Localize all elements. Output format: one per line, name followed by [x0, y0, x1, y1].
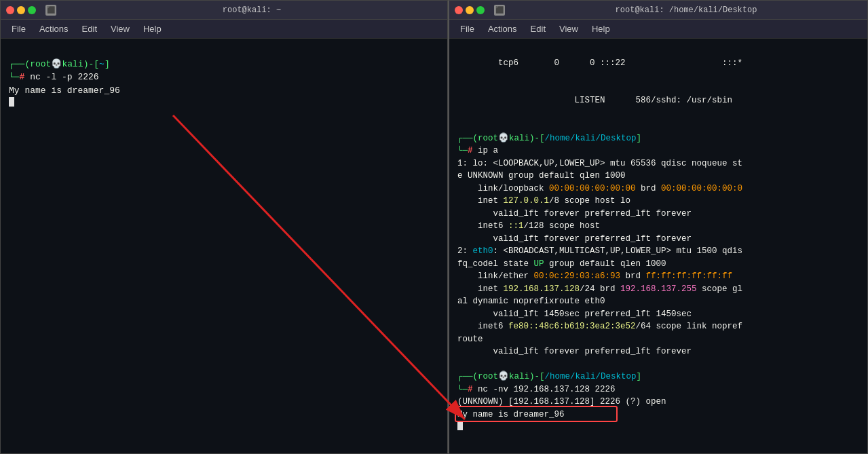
left-terminal-body: ┌──(root💀kali)-[~] └─# nc -l -p 2226 My … [1, 39, 447, 453]
right-cmd-nc: └─# nc -nv 192.168.137.128 2226 [457, 383, 859, 396]
right-line-unknown: (UNKNOWN) [192.168.137.128] 2226 (?) ope… [457, 396, 859, 409]
right-line-eth0-3: al dynamic noprefixroute eth0 [457, 295, 859, 308]
right-line-eth0-2: fq_codel state UP group default qlen 100… [457, 258, 859, 271]
right-line-eth0: 2: eth0: <BROADCAST,MULTICAST,UP,LOWER_U… [457, 245, 859, 258]
right-line-valid2: valid_lft forever preferred_lft forever [457, 345, 859, 358]
right-line-route: route [457, 333, 859, 346]
left-prompt-line: ┌──(root💀kali)-[~] [9, 58, 439, 71]
right-window-controls [455, 6, 485, 14]
left-menu-help[interactable]: Help [138, 22, 167, 35]
terminals-container: ⬛ root@kali: ~ File Actions Edit View He… [0, 0, 868, 454]
right-line-myname: My name is dreamer_96 [457, 409, 859, 421]
right-terminal-title: root@kali: /home/kali/Desktop [510, 5, 862, 15]
right-line-blank2 [457, 358, 859, 371]
right-maximize-btn[interactable] [476, 6, 485, 14]
right-line-eth0-valid: valid_lft 1450sec preferred_lft 1450sec [457, 308, 859, 321]
right-line-lo-mac: link/loopback 00:00:00:00:00:00 brd 00:0… [457, 183, 859, 195]
left-window-controls [6, 6, 36, 14]
right-close-btn[interactable] [455, 6, 463, 14]
right-menu-view[interactable]: View [554, 22, 584, 35]
right-line-lo-valid6: valid_lft forever preferred_lft forever [457, 233, 859, 246]
terminal-left: ⬛ root@kali: ~ File Actions Edit View He… [0, 0, 448, 454]
right-line-lo-inet6: inet6 ::1/128 scope host [457, 220, 859, 233]
left-menu-view[interactable]: View [105, 22, 135, 35]
right-prompt1-top: ┌──(root💀kali)-[/home/kali/Desktop] [457, 132, 859, 145]
left-menu-edit[interactable]: Edit [77, 22, 102, 35]
right-titlebar: ⬛ root@kali: /home/kali/Desktop [449, 1, 867, 20]
right-line-lo: 1: lo: <LOOPBACK,UP,LOWER_UP> mtu 65536 … [457, 157, 859, 170]
left-maximize-btn[interactable] [28, 6, 36, 14]
right-prompt2-top: ┌──(root💀kali)-[/home/kali/Desktop] [457, 371, 859, 383]
right-menu-actions[interactable]: Actions [483, 22, 523, 35]
left-titlebar: ⬛ root@kali: ~ [1, 1, 447, 20]
right-line-listen: LISTEN 586/sshd: /usr/sbin [457, 82, 859, 120]
right-line-lo2: e UNKNOWN group default qlen 1000 [457, 170, 859, 183]
left-minimize-btn[interactable] [17, 6, 25, 14]
right-cmd-ipa: └─# ip a [457, 145, 859, 157]
right-line-blank1 [457, 119, 859, 132]
right-terminal-body: tcp6 0 0 :::22 :::* LISTEN 586/sshd: /us… [449, 39, 867, 453]
left-menu-file[interactable]: File [6, 22, 31, 35]
right-line-lo-inet: inet 127.0.0.1/8 scope host lo [457, 195, 859, 208]
right-terminal-icon: ⬛ [494, 5, 505, 16]
right-cursor [457, 421, 463, 430]
left-close-btn[interactable] [6, 6, 14, 14]
left-output-line: My name is dreamer_96 [9, 84, 439, 98]
right-line-eth0-inet: inet 192.168.137.128/24 brd 192.168.137.… [457, 283, 859, 296]
left-menubar: File Actions Edit View Help [1, 20, 447, 39]
right-line-eth0-mac: link/ether 00:0c:29:03:a6:93 brd ff:ff:f… [457, 270, 859, 283]
right-menubar: File Actions Edit View Help [449, 20, 867, 39]
left-terminal-title: root@kali: ~ [62, 5, 442, 15]
right-menu-file[interactable]: File [455, 22, 480, 35]
right-cursor-line [457, 421, 859, 435]
terminal-right: ⬛ root@kali: /home/kali/Desktop File Act… [448, 0, 868, 454]
right-line-tcp6: tcp6 0 0 :::22 :::* [457, 44, 859, 82]
left-cursor-line [9, 97, 439, 111]
right-menu-edit[interactable]: Edit [525, 22, 551, 35]
right-menu-help[interactable]: Help [586, 22, 616, 35]
right-line-lo-valid: valid_lft forever preferred_lft forever [457, 208, 859, 221]
left-line-blank [9, 44, 439, 58]
right-minimize-btn[interactable] [466, 6, 474, 14]
right-line-eth0-inet6: inet6 fe80::48c6:b619:3ea2:3e52/64 scope… [457, 320, 859, 333]
left-cursor [9, 97, 14, 107]
left-menu-actions[interactable]: Actions [34, 22, 74, 35]
left-terminal-icon: ⬛ [45, 5, 56, 16]
left-command-line: └─# nc -l -p 2226 [9, 71, 439, 84]
